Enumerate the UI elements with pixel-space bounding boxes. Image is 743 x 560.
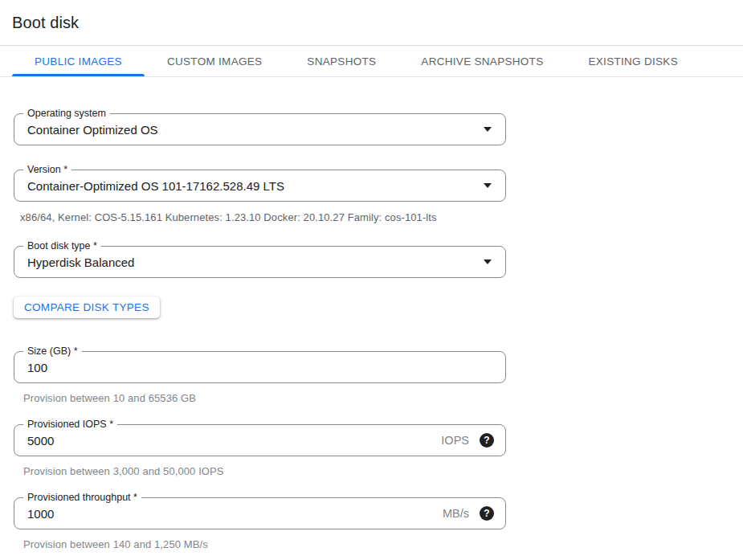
throughput-suffix-group: MB/s ? [443, 506, 494, 521]
tab-custom-images[interactable]: CUSTOM IMAGES [145, 46, 284, 76]
boot-disk-tabs: PUBLIC IMAGES CUSTOM IMAGES SNAPSHOTS AR… [0, 45, 743, 77]
operating-system-label: Operating system [23, 108, 110, 120]
tab-label: EXISTING DISKS [588, 55, 677, 67]
size-field: Size (GB) * [14, 351, 506, 383]
boot-disk-form: Operating system Container Optimized OS … [14, 113, 506, 550]
size-helper-text: Provision between 10 and 65536 GB [14, 392, 506, 404]
compare-disk-types-button[interactable]: COMPARE DISK TYPES [14, 296, 160, 318]
boot-disk-type-label: Boot disk type * [23, 240, 101, 252]
version-value: Container-Optimized OS 101-17162.528.49 … [14, 170, 484, 201]
provisioned-throughput-helper-text: Provision between 140 and 1,250 MB/s [14, 538, 506, 550]
version-helper-text: x86/64, Kernel: COS-5.15.161 Kubernetes:… [14, 211, 506, 223]
iops-unit-label: IOPS [441, 434, 469, 447]
boot-disk-type-select[interactable]: Boot disk type * Hyperdisk Balanced [14, 246, 506, 278]
throughput-unit-label: MB/s [443, 507, 469, 520]
version-select[interactable]: Version * Container-Optimized OS 101-171… [14, 170, 506, 202]
help-icon[interactable]: ? [480, 506, 494, 521]
version-label: Version * [23, 164, 71, 176]
caret-down-icon [484, 183, 492, 188]
tab-archive-snapshots[interactable]: ARCHIVE SNAPSHOTS [398, 46, 565, 76]
tab-label: ARCHIVE SNAPSHOTS [421, 55, 543, 67]
tab-label: PUBLIC IMAGES [35, 55, 122, 67]
dialog-header: Boot disk [0, 0, 743, 45]
caret-down-icon [484, 260, 492, 264]
tab-label: SNAPSHOTS [307, 55, 376, 67]
operating-system-select[interactable]: Operating system Container Optimized OS [14, 113, 506, 145]
provisioned-iops-helper-text: Provision between 3,000 and 50,000 IOPS [14, 465, 506, 477]
tab-public-images[interactable]: PUBLIC IMAGES [12, 46, 145, 76]
iops-suffix-group: IOPS ? [441, 433, 494, 448]
size-label: Size (GB) * [23, 345, 82, 358]
caret-down-icon [484, 127, 492, 132]
help-icon[interactable]: ? [480, 433, 494, 448]
tab-snapshots[interactable]: SNAPSHOTS [284, 46, 398, 76]
tab-existing-disks[interactable]: EXISTING DISKS [565, 46, 700, 76]
page-title: Boot disk [12, 14, 730, 32]
size-input[interactable] [14, 352, 505, 382]
provisioned-throughput-label: Provisioned throughput * [23, 492, 141, 504]
provisioned-throughput-field: Provisioned throughput * MB/s ? [14, 497, 506, 529]
provisioned-iops-label: Provisioned IOPS * [23, 419, 117, 431]
tab-label: CUSTOM IMAGES [167, 55, 262, 67]
provisioned-iops-field: Provisioned IOPS * IOPS ? [14, 424, 506, 456]
